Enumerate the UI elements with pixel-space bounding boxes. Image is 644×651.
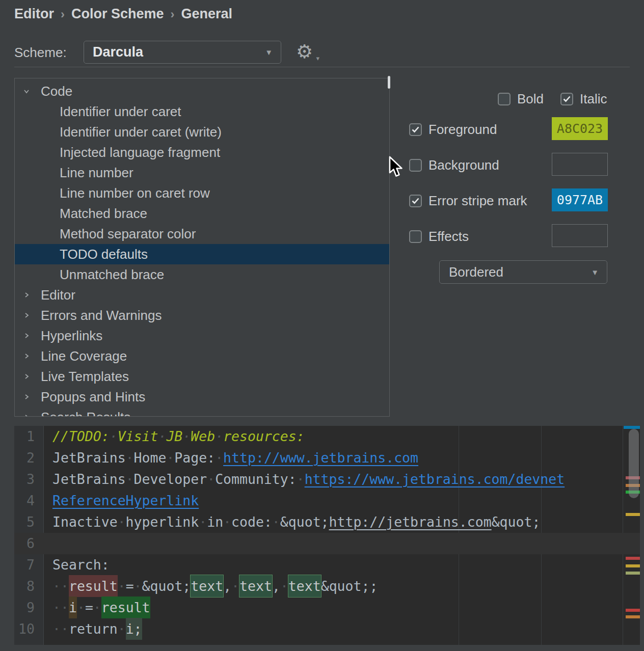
tree-item-method-separator-color[interactable]: Method separator color (15, 224, 389, 244)
background-color-swatch[interactable] (552, 153, 608, 176)
whitespace-dot: · (158, 428, 166, 444)
bold-checkbox[interactable] (498, 93, 511, 105)
tree-item-hyperlinks[interactable]: Hyperlinks (15, 326, 389, 346)
code-segment-text: Inactive·hyperlink·in·code:·&quot; (52, 514, 329, 530)
code-segment-text: JetBrains·Developer·Community:· (52, 471, 305, 487)
tree-item-label: Identifier under caret (write) (15, 124, 222, 140)
code-segment-write-occurrence: i (69, 596, 77, 618)
effect-type-dropdown[interactable]: Bordered ▼ (439, 260, 607, 284)
preview-line[interactable]: 1//TODO:·Visit·JB·Web·resources: (14, 426, 640, 447)
code-segment-search-write: result (69, 575, 118, 597)
preview-line[interactable]: 4ReferenceHyperlink (14, 490, 640, 511)
preview-line[interactable]: 9··i·=·result (14, 597, 640, 618)
foreground-color-value: A8C023 (557, 121, 603, 136)
whitespace-dot: · (52, 621, 61, 637)
editor-scrollbar-thumb[interactable] (629, 429, 639, 498)
whitespace-dot: · (118, 514, 126, 530)
error-stripe-option[interactable]: Error stripe mark (409, 193, 527, 209)
whitespace-dot: · (93, 600, 101, 615)
line-number: 7 (14, 554, 35, 576)
error-stripe-mark (626, 557, 640, 560)
effects-color-swatch[interactable] (552, 224, 608, 247)
foreground-option[interactable]: Foreground (409, 122, 497, 138)
preview-line[interactable]: 7Search: (14, 554, 640, 576)
tree-item-line-number-on-caret-row[interactable]: Line number on caret row (15, 183, 389, 203)
code-segment-link: https://www.jetbrains.com/devnet (305, 471, 565, 487)
tree-item-editor[interactable]: Editor (15, 285, 389, 305)
preview-line[interactable]: 2JetBrains·Home·Page:·http://www.jetbrai… (14, 447, 640, 469)
whitespace-dot: · (110, 428, 118, 444)
whitespace-dot: · (280, 578, 288, 594)
tree-item-label: Line number on caret row (15, 185, 210, 201)
tree-item-label: Search Results (15, 410, 130, 417)
preview-line[interactable]: 10··return·i; (14, 618, 640, 640)
tree-item-todo-defaults[interactable]: TODO defaults (15, 244, 389, 264)
error-stripe-checkbox[interactable] (409, 195, 422, 207)
effects-checkbox[interactable] (409, 230, 422, 243)
error-stripe-color-swatch[interactable]: 0977AB (552, 188, 608, 211)
tree-item-label: Line number (15, 165, 133, 181)
chevron-right-icon (23, 332, 30, 339)
code-text: //TODO:·Visit·JB·Web·resources: (52, 426, 305, 447)
italic-option[interactable]: Italic (560, 91, 607, 107)
preview-line[interactable]: 3JetBrains·Developer·Community:·https://… (14, 469, 640, 490)
effects-option[interactable]: Effects (409, 229, 469, 245)
tree-item-code[interactable]: Code (15, 81, 389, 101)
tree-item-line-coverage[interactable]: Line Coverage (15, 346, 389, 366)
breadcrumb-item[interactable]: General (181, 6, 233, 22)
chevron-right-icon (23, 393, 30, 400)
tree-item-identifier-under-caret-write-[interactable]: Identifier under caret (write) (15, 122, 389, 142)
tree-item-injected-language-fragment[interactable]: Injected language fragment (15, 142, 389, 162)
tree-item-errors-and-warnings[interactable]: Errors and Warnings (15, 305, 389, 326)
breadcrumb-item[interactable]: Color Scheme (71, 6, 164, 22)
tree-item-line-number[interactable]: Line number (15, 162, 389, 183)
foreground-checkbox[interactable] (409, 123, 422, 136)
tree-item-unmatched-brace[interactable]: Unmatched brace (15, 264, 389, 285)
tree-item-label: Line Coverage (15, 348, 127, 364)
preview-line[interactable]: 5Inactive·hyperlink·in·code:·&quot;http:… (14, 511, 640, 533)
background-checkbox[interactable] (409, 159, 422, 172)
preview-line[interactable]: 6 (14, 533, 640, 554)
preview-line[interactable]: 8··result·=·&quot;text,·text,·text&quot;… (14, 576, 640, 597)
line-number: 5 (14, 511, 35, 533)
line-number: 10 (14, 618, 35, 640)
line-number: 1 (14, 426, 35, 447)
whitespace-dot: · (207, 471, 215, 487)
preview-editor-pane[interactable]: 1//TODO:·Visit·JB·Web·resources:2JetBrai… (14, 426, 640, 645)
code-segment-inactive-link: http://jetbrains.com (329, 514, 492, 530)
tree-item-popups-and-hints[interactable]: Popups and Hints (15, 387, 389, 407)
whitespace-dot: · (297, 471, 305, 487)
code-segment-text: ·=· (77, 600, 101, 615)
tree-item-live-templates[interactable]: Live Templates (15, 366, 389, 387)
scheme-dropdown[interactable]: Darcula ▼ (84, 41, 281, 64)
whitespace-dot: · (231, 578, 239, 594)
tree-item-matched-brace[interactable]: Matched brace (15, 203, 389, 224)
gear-icon: ⚙ (296, 41, 313, 62)
line-number: 4 (14, 490, 35, 511)
bold-option[interactable]: Bold (498, 91, 544, 107)
line-number: 9 (14, 597, 35, 618)
mouse-cursor (388, 156, 404, 178)
breadcrumb-item[interactable]: Editor (14, 6, 54, 22)
chevron-right-icon (23, 373, 30, 380)
checkmark-icon (411, 197, 420, 205)
whitespace-dot: · (182, 428, 191, 444)
error-stripe-color-value: 0977AB (557, 193, 603, 207)
line-number: 3 (14, 469, 35, 490)
whitespace-dot: · (61, 621, 69, 637)
code-segment-search-result: text (288, 575, 321, 597)
error-stripe-mark (626, 513, 640, 516)
tree-item-label: Matched brace (15, 206, 147, 222)
scheme-gear-button[interactable]: ⚙ ▾ (296, 41, 318, 63)
code-segment-link: ReferenceHyperlink (52, 493, 199, 508)
tree-item-search-results[interactable]: Search Results (15, 407, 389, 417)
italic-checkbox[interactable] (560, 93, 573, 105)
whitespace-dot: · (215, 428, 223, 444)
tree-item-identifier-under-caret[interactable]: Identifier under caret (15, 101, 389, 122)
background-option[interactable]: Background (409, 157, 499, 173)
chevron-down-icon: ▼ (591, 268, 599, 277)
chevron-right-icon (23, 312, 30, 319)
tree-scrollbar-thumb[interactable] (388, 76, 390, 89)
tree-item-label: Injected language fragment (15, 145, 220, 160)
foreground-color-swatch[interactable]: A8C023 (552, 117, 608, 140)
